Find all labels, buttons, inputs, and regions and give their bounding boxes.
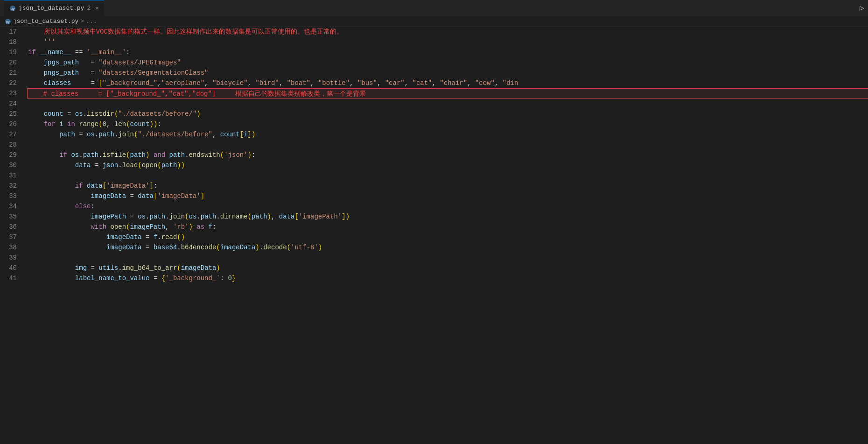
line-num-30: 30 <box>7 160 17 170</box>
code-line-36: with open(imagePath, 'rb') as f: <box>28 222 868 232</box>
breadcrumb-python-icon: py <box>5 18 11 25</box>
tab-close-button[interactable]: ✕ <box>95 5 98 12</box>
code-line-28 <box>28 140 868 150</box>
code-line-31 <box>28 170 868 181</box>
line-num-35: 35 <box>7 211 17 222</box>
line-num-34: 34 <box>7 201 17 211</box>
code-area: 17 18 19 20 21 22 23 24 25 26 27 28 29 3… <box>0 27 868 444</box>
line-num-39: 39 <box>7 253 17 263</box>
code-line-17: 所以其实和视频中VOC数据集的格式一样。因此这样制作出来的数据集是可以正常使用的… <box>28 27 868 37</box>
line-num-18: 18 <box>7 37 17 47</box>
svg-text:py: py <box>6 20 10 24</box>
code-line-25: count = os.listdir("./datasets/before/") <box>28 109 868 119</box>
line-num-21: 21 <box>7 68 17 78</box>
code-line-33: imageData = data['imageData'] <box>28 191 868 201</box>
code-line-30: data = json.load(open(path)) <box>28 160 868 170</box>
code-line-41: label_name_to_value = {'_background_': 0… <box>28 273 868 283</box>
code-line-38: imageData = base64.b64encode(imageData).… <box>28 242 868 253</box>
code-line-19: if __name__ == '__main__': <box>28 47 868 57</box>
code-content[interactable]: 所以其实和视频中VOC数据集的格式一样。因此这样制作出来的数据集是可以正常使用的… <box>24 27 868 444</box>
code-line-29: if os.path.isfile(path) and path.endswit… <box>28 150 868 160</box>
editor-tab[interactable]: py json_to_dataset.py 2 ✕ <box>4 0 104 16</box>
line-num-37: 37 <box>7 232 17 242</box>
code-line-18: ''' <box>28 37 868 47</box>
line-num-19: 19 <box>7 47 17 57</box>
line-num-29: 29 <box>7 150 17 160</box>
line-num-25: 25 <box>7 109 17 119</box>
code-line-23: # classes = ["_background_","cat","dog"]… <box>27 88 868 99</box>
svg-text:py: py <box>11 7 14 11</box>
line-num-23: 23 <box>7 88 17 99</box>
code-line-26: for i in range(0, len(count)): <box>28 119 868 129</box>
code-line-39 <box>28 253 868 263</box>
line-num-17: 17 <box>7 27 17 37</box>
line-num-27: 27 <box>7 129 17 140</box>
tab-filename: json_to_dataset.py <box>19 5 84 12</box>
breadcrumb-filename[interactable]: json_to_dataset.py <box>13 18 78 25</box>
tab-number: 2 <box>87 5 91 12</box>
python-file-icon: py <box>9 5 16 12</box>
line-num-31: 31 <box>7 170 17 181</box>
code-line-40: img = utils.img_b64_to_arr(imageData) <box>28 263 868 273</box>
code-line-24 <box>28 99 868 109</box>
line-num-32: 32 <box>7 181 17 191</box>
code-line-20: jpgs_path = "datasets/JPEGImages" <box>28 57 868 68</box>
line-num-26: 26 <box>7 119 17 129</box>
line-num-41: 41 <box>7 273 17 283</box>
editor: 17 18 19 20 21 22 23 24 25 26 27 28 29 3… <box>0 27 868 444</box>
breadcrumb: py json_to_dataset.py > ... <box>0 16 868 27</box>
line-num-40: 40 <box>7 263 17 273</box>
line-num-38: 38 <box>7 242 17 253</box>
code-line-35: imagePath = os.path.join(os.path.dirname… <box>28 211 868 222</box>
line-num-20: 20 <box>7 57 17 68</box>
code-line-21: pngs_path = "datasets/SegmentationClass" <box>28 68 868 78</box>
run-button[interactable]: ▷ <box>860 3 864 13</box>
line-num-33: 33 <box>7 191 17 201</box>
code-line-34: else: <box>28 201 868 211</box>
line-num-24: 24 <box>7 99 17 109</box>
title-bar: py json_to_dataset.py 2 ✕ ▷ <box>0 0 868 16</box>
code-line-32: if data['imageData']: <box>28 181 868 191</box>
breadcrumb-separator: > <box>80 18 84 25</box>
line-num-28: 28 <box>7 140 17 150</box>
line-num-36: 36 <box>7 222 17 232</box>
line-num-22: 22 <box>7 78 17 88</box>
line-numbers: 17 18 19 20 21 22 23 24 25 26 27 28 29 3… <box>0 27 24 444</box>
breadcrumb-ellipsis: ... <box>86 18 97 25</box>
code-line-22: classes = ["_background_","aeroplane", "… <box>28 78 868 88</box>
code-line-37: imageData = f.read() <box>28 232 868 242</box>
code-line-27: path = os.path.join("./datasets/before",… <box>28 129 868 140</box>
